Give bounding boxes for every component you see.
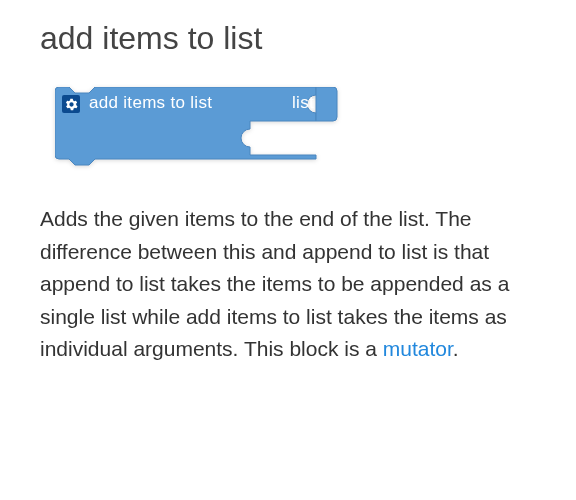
description-paragraph: Adds the given items to the end of the l…	[40, 203, 536, 366]
mutator-link[interactable]: mutator	[383, 337, 453, 360]
description-text-after: .	[453, 337, 459, 360]
section-heading: add items to list	[40, 20, 536, 57]
mutator-gear-button[interactable]	[62, 95, 80, 113]
block-example: add items to list list item	[55, 87, 536, 173]
add-items-to-list-block: add items to list list item	[55, 87, 340, 169]
gear-icon	[65, 98, 78, 111]
block-shape	[55, 87, 340, 169]
